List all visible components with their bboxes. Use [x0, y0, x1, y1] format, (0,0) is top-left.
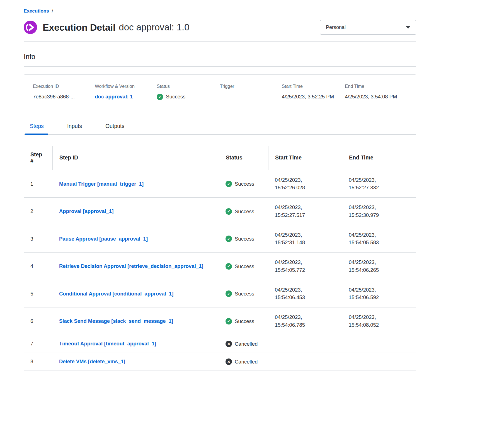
status-label: Success: [235, 263, 254, 270]
step-number: 8: [24, 353, 52, 370]
field-label: End Time: [345, 84, 407, 89]
step-number: 3: [24, 229, 52, 249]
field-label: Workflow & Version: [95, 84, 153, 89]
step-start-time: 04/25/2023, 15:52:26.028: [268, 170, 332, 198]
detail-tabs: Steps Inputs Outputs: [24, 123, 416, 135]
check-circle-icon: ✓: [157, 94, 163, 100]
breadcrumb-separator: /: [52, 8, 53, 14]
field-label: Trigger: [220, 84, 278, 89]
tab-inputs[interactable]: Inputs: [63, 123, 86, 134]
step-start-time: 04/25/2023, 15:52:27.517: [268, 198, 332, 225]
step-number: 4: [24, 256, 52, 276]
scope-select-value: Personal: [326, 25, 346, 30]
status-icon: ✓: [226, 208, 232, 215]
step-id-link[interactable]: Delete VMs [delete_vms_1]: [59, 358, 125, 364]
step-end-time: 04/25/2023, 15:52:27.332: [342, 170, 406, 198]
field-label: Start Time: [282, 84, 341, 89]
step-start-time: 04/25/2023, 15:54:05.772: [268, 253, 332, 280]
end-time-value: 4/25/2023, 3:54:08 PM: [345, 93, 399, 101]
header-step-id: Step ID: [52, 146, 219, 170]
header-end-time: End Time: [342, 146, 416, 170]
status-label: Success: [235, 318, 254, 325]
step-start-time: [268, 357, 332, 366]
step-id-link[interactable]: Pause Approval [pause_approval_1]: [59, 236, 148, 242]
header-step-number: Step #: [24, 146, 52, 170]
step-end-time: [342, 339, 406, 348]
step-start-time: 04/25/2023, 15:54:06.785: [268, 307, 332, 335]
status-icon: ✓: [226, 236, 232, 242]
page-title: Execution Detail: [43, 22, 115, 33]
table-row: 3 Pause Approval [pause_approval_1] ✓ Su…: [24, 225, 416, 253]
step-end-time: 04/25/2023, 15:54:08.052: [342, 307, 406, 335]
info-field-trigger: Trigger: [220, 84, 278, 101]
step-id-link[interactable]: Manual Trigger [manual_trigger_1]: [59, 181, 144, 187]
table-row: 7 Timeout Approval [timeout_approval_1] …: [24, 335, 416, 353]
field-label: Status: [157, 84, 216, 89]
step-number: 1: [24, 174, 52, 194]
table-row: 5 Conditional Approval [conditional_appr…: [24, 280, 416, 308]
scope-select[interactable]: Personal: [320, 20, 416, 35]
steps-table-body: 1 Manual Trigger [manual_trigger_1] ✓ Su…: [24, 170, 416, 371]
status-label: Cancelled: [235, 358, 258, 366]
execution-id-value: 7e8ac396-a868-...: [33, 93, 91, 101]
steps-table-header: Step # Step ID Status Start Time End Tim…: [24, 146, 416, 170]
start-time-value: 4/25/2023, 3:52:25 PM: [282, 93, 336, 101]
chevron-down-icon: [406, 26, 410, 29]
step-id-link[interactable]: Approval [approval_1]: [59, 208, 113, 214]
step-end-time: [342, 357, 406, 366]
workflow-logo-icon: [24, 21, 37, 34]
workflow-version-link[interactable]: doc approval: 1: [95, 94, 133, 100]
step-start-time: 04/25/2023, 15:52:31.148: [268, 225, 332, 253]
step-end-time: 04/25/2023, 15:54:06.592: [342, 280, 406, 307]
tab-outputs[interactable]: Outputs: [101, 123, 129, 134]
field-label: Execution ID: [33, 84, 91, 89]
info-card: Execution ID 7e8ac396-a868-... Workflow …: [24, 74, 416, 111]
step-number: 5: [24, 284, 52, 304]
step-id-link[interactable]: Retrieve Decision Approval [retrieve_dec…: [59, 263, 203, 269]
info-field-status: Status ✓ Success: [157, 84, 216, 101]
status-label: Success: [235, 180, 254, 188]
info-section-title: Info: [24, 53, 416, 61]
table-row: 1 Manual Trigger [manual_trigger_1] ✓ Su…: [24, 170, 416, 198]
status-label: Success: [235, 235, 254, 243]
execution-detail-page: Executions / Execution Detail doc approv…: [0, 0, 504, 370]
steps-table: Step # Step ID Status Start Time End Tim…: [24, 146, 416, 371]
table-row: 4 Retrieve Decision Approval [retrieve_d…: [24, 253, 416, 280]
header-status: Status: [219, 146, 268, 170]
step-end-time: 04/25/2023, 15:52:30.979: [342, 198, 406, 225]
status-icon: ✓: [226, 263, 232, 270]
step-id-link[interactable]: Conditional Approval [conditional_approv…: [59, 291, 173, 297]
table-row: 2 Approval [approval_1] ✓ Success 04/25/…: [24, 198, 416, 225]
table-row: 6 Slack Send Message [slack_send_message…: [24, 307, 416, 335]
breadcrumb: Executions /: [24, 8, 416, 14]
step-number: 7: [24, 335, 52, 352]
status-icon: ✓: [226, 318, 232, 324]
step-end-time: 04/25/2023, 15:54:06.265: [342, 253, 406, 280]
info-field-execution-id: Execution ID 7e8ac396-a868-...: [33, 84, 91, 101]
status-icon: ✓: [226, 181, 232, 187]
header-divider: [24, 41, 416, 42]
step-end-time: 04/25/2023, 15:54:05.583: [342, 225, 406, 253]
status-label: Success: [235, 290, 254, 298]
execution-status-label: Success: [166, 93, 185, 101]
step-number: 6: [24, 311, 52, 331]
tab-steps[interactable]: Steps: [25, 123, 48, 135]
status-icon: ✕: [226, 358, 232, 365]
info-field-end-time: End Time 4/25/2023, 3:54:08 PM: [345, 84, 407, 101]
status-icon: ✓: [226, 290, 232, 297]
header-start-time: Start Time: [268, 146, 342, 170]
step-number: 2: [24, 202, 52, 221]
breadcrumb-executions-link[interactable]: Executions: [24, 8, 49, 14]
step-start-time: [268, 339, 332, 348]
step-id-link[interactable]: Timeout Approval [timeout_approval_1]: [59, 341, 156, 346]
status-label: Cancelled: [235, 340, 258, 348]
info-divider: [24, 66, 416, 67]
info-field-workflow-version: Workflow & Version doc approval: 1: [95, 84, 153, 101]
page-subtitle: doc approval: 1.0: [119, 22, 189, 33]
step-id-link[interactable]: Slack Send Message [slack_send_message_1…: [59, 318, 173, 324]
table-row: 8 Delete VMs [delete_vms_1] ✕ Cancelled: [24, 353, 416, 371]
status-icon: ✕: [226, 341, 232, 347]
page-header: Execution Detail doc approval: 1.0 Perso…: [24, 20, 416, 35]
status-label: Success: [235, 208, 254, 215]
step-start-time: 04/25/2023, 15:54:06.453: [268, 280, 332, 307]
